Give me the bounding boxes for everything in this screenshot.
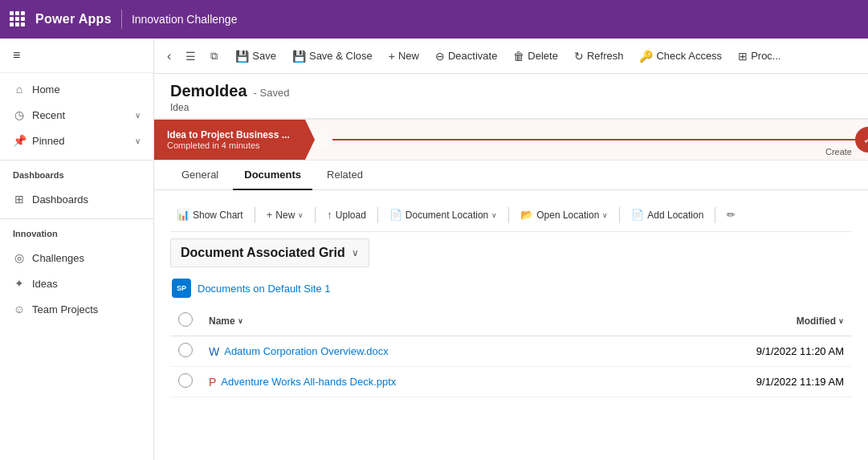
sidebar-item-team-projects-label: Team Projects bbox=[32, 303, 141, 315]
word-icon: W bbox=[209, 345, 219, 358]
table-row[interactable]: P Adventure Works All-hands Deck.pptx 9/… bbox=[170, 367, 852, 397]
upload-button[interactable]: ↑ Upload bbox=[320, 205, 373, 225]
ideas-icon: ✦ bbox=[13, 277, 26, 290]
table-row[interactable]: W Adatum Corporation Overview.docx 9/1/2… bbox=[170, 336, 852, 367]
name-sort-button[interactable]: Name ∨ bbox=[209, 315, 715, 327]
file2-checkbox[interactable] bbox=[178, 373, 193, 388]
document-area: 📊 Show Chart + New ∨ ↑ Upload 📄 Docum bbox=[154, 190, 868, 460]
add-location-label: Add Location bbox=[647, 210, 703, 221]
sidebar-item-pinned[interactable]: 📌 Pinned ∨ bbox=[0, 128, 153, 153]
tab-related[interactable]: Related bbox=[316, 161, 374, 190]
upload-label: Upload bbox=[336, 210, 366, 221]
header-checkbox[interactable] bbox=[178, 312, 193, 327]
process-step-sub: Completed in 4 minutes bbox=[167, 140, 302, 150]
doc-location-label: Document Location bbox=[405, 210, 488, 221]
save-button[interactable]: 💾 Save bbox=[227, 45, 284, 67]
file1-link[interactable]: W Adatum Corporation Overview.docx bbox=[209, 345, 715, 358]
doc-location-link[interactable]: Documents on Default Site 1 bbox=[198, 283, 330, 295]
doc-location-icon: 📄 bbox=[389, 209, 402, 221]
file1-name-cell[interactable]: W Adatum Corporation Overview.docx bbox=[201, 336, 723, 367]
new-window-icon: ⧉ bbox=[210, 50, 218, 62]
sidebar-item-recent[interactable]: ◷ Recent ∨ bbox=[0, 102, 153, 128]
sub-toolbar-divider-3 bbox=[377, 207, 378, 223]
back-button[interactable]: ‹ bbox=[161, 44, 177, 68]
col-check-header bbox=[170, 306, 201, 336]
table-header-row: Name ∨ Modified ∨ bbox=[170, 306, 852, 336]
tab-documents[interactable]: Documents bbox=[233, 161, 312, 190]
process-bar: Idea to Project Business ... Completed i… bbox=[154, 119, 868, 161]
sub-new-button[interactable]: + New ∨ bbox=[260, 205, 311, 225]
modified-sort-icon: ∨ bbox=[838, 317, 844, 325]
edit-button[interactable]: ✏ bbox=[720, 205, 742, 225]
sidebar-nav-section: ⌂ Home ◷ Recent ∨ 📌 Pinned ∨ bbox=[0, 73, 153, 157]
new-window-button[interactable]: ⧉ bbox=[204, 45, 224, 67]
sidebar-item-ideas[interactable]: ✦ Ideas bbox=[0, 271, 153, 296]
open-location-chevron-icon: ∨ bbox=[602, 211, 608, 219]
app-logo: Power Apps bbox=[35, 12, 112, 26]
file1-checkbox[interactable] bbox=[178, 343, 193, 357]
sub-toolbar: 📊 Show Chart + New ∨ ↑ Upload 📄 Docum bbox=[170, 200, 852, 232]
cmd-nav-buttons: ‹ ☰ ⧉ bbox=[161, 44, 224, 68]
sidebar-item-team-projects[interactable]: ☺ Team Projects bbox=[0, 296, 153, 322]
ppt-icon: P bbox=[209, 376, 216, 389]
check-icon: ✓ bbox=[863, 133, 868, 146]
file2-name-cell[interactable]: P Adventure Works All-hands Deck.pptx bbox=[201, 367, 723, 397]
hamburger-menu[interactable]: ≡ bbox=[0, 39, 153, 73]
delete-label: Delete bbox=[528, 50, 558, 62]
team-projects-icon: ☺ bbox=[13, 303, 26, 315]
top-bar: Power Apps Innovation Challenge bbox=[0, 0, 868, 39]
check-access-button[interactable]: 🔑 Check Access bbox=[631, 45, 730, 67]
edit-icon: ✏ bbox=[727, 209, 736, 221]
file1-name: Adatum Corporation Overview.docx bbox=[224, 345, 388, 357]
sub-new-chevron-icon: ∨ bbox=[298, 211, 304, 219]
pin-icon: 📌 bbox=[13, 134, 26, 147]
modified-sort-button[interactable]: Modified ∨ bbox=[731, 315, 844, 327]
sub-new-label: New bbox=[275, 210, 295, 221]
col-modified-header[interactable]: Modified ∨ bbox=[723, 306, 852, 336]
open-location-label: Open Location bbox=[536, 210, 599, 221]
form-view-button[interactable]: ☰ bbox=[179, 45, 202, 67]
app-grid-icon[interactable] bbox=[10, 11, 26, 27]
process-button[interactable]: ⊞ Proc... bbox=[730, 45, 789, 67]
check-access-label: Check Access bbox=[656, 50, 722, 62]
deactivate-button[interactable]: ⊖ Deactivate bbox=[427, 45, 505, 67]
innovation-header: Innovation bbox=[0, 222, 153, 242]
deactivate-icon: ⊖ bbox=[435, 50, 445, 63]
file2-modified-cell: 9/1/2022 11:19 AM bbox=[723, 367, 852, 397]
show-chart-button[interactable]: 📊 Show Chart bbox=[170, 205, 250, 225]
file2-checkbox-cell bbox=[170, 367, 201, 397]
name-sort-icon: ∨ bbox=[238, 317, 243, 325]
col-name-header[interactable]: Name ∨ bbox=[201, 306, 723, 336]
add-location-button[interactable]: 📄 Add Location bbox=[625, 205, 710, 225]
sidebar-item-dashboards[interactable]: ⊞ Dashboards bbox=[0, 186, 153, 212]
sub-new-icon: + bbox=[267, 209, 273, 221]
refresh-button[interactable]: ↻ Refresh bbox=[566, 45, 632, 67]
sub-toolbar-divider-2 bbox=[315, 207, 316, 223]
record-title-row: DemoIdea - Saved bbox=[170, 82, 852, 100]
back-icon: ‹ bbox=[167, 49, 171, 63]
open-location-button[interactable]: 📂 Open Location ∨ bbox=[514, 205, 614, 225]
file2-link[interactable]: P Adventure Works All-hands Deck.pptx bbox=[209, 376, 715, 389]
challenges-icon: ◎ bbox=[13, 251, 26, 264]
delete-icon: 🗑 bbox=[513, 50, 524, 63]
sharepoint-icon: SP bbox=[172, 279, 191, 298]
process-step-active[interactable]: Idea to Project Business ... Completed i… bbox=[154, 120, 315, 160]
grid-chevron-icon[interactable]: ∨ bbox=[352, 247, 359, 258]
document-location-button[interactable]: 📄 Document Location ∨ bbox=[383, 205, 503, 225]
sidebar-divider-1 bbox=[0, 160, 153, 161]
sidebar-item-home[interactable]: ⌂ Home bbox=[0, 76, 153, 102]
delete-button[interactable]: 🗑 Delete bbox=[505, 45, 566, 67]
sub-toolbar-divider-4 bbox=[508, 207, 509, 223]
sidebar-item-challenges-label: Challenges bbox=[32, 252, 141, 264]
grid-header[interactable]: Document Associated Grid ∨ bbox=[170, 238, 369, 267]
tab-general[interactable]: General bbox=[170, 161, 230, 190]
save-close-button[interactable]: 💾 Save & Close bbox=[284, 45, 381, 67]
new-button[interactable]: + New bbox=[381, 45, 427, 67]
main-layout: ≡ ⌂ Home ◷ Recent ∨ 📌 Pinned ∨ Dashboard… bbox=[0, 39, 868, 460]
open-location-icon: 📂 bbox=[520, 209, 533, 221]
sidebar-item-challenges[interactable]: ◎ Challenges bbox=[0, 245, 153, 271]
record-type: Idea bbox=[170, 102, 852, 113]
refresh-icon: ↻ bbox=[574, 50, 584, 63]
sidebar-item-home-label: Home bbox=[32, 83, 141, 96]
file1-checkbox-cell bbox=[170, 336, 201, 367]
